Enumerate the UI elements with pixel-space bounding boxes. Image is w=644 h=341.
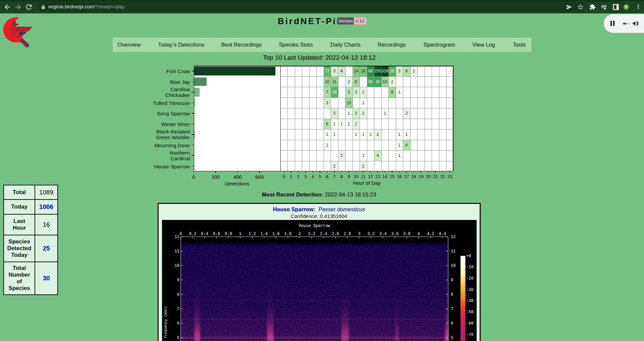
svg-text:8: 8 [451,292,453,297]
svg-text:-20: -20 [466,276,474,281]
svg-text:-50: -50 [466,310,474,315]
svg-text:1.2: 1.2 [249,232,256,236]
svg-text:0.2: 0.2 [189,232,197,236]
svg-text:10: 10 [451,264,455,268]
svg-text:7: 7 [451,307,453,311]
svg-text:4: 4 [418,232,420,236]
svg-text:0.8: 0.8 [225,232,232,236]
svg-text:-10: -10 [466,265,474,270]
svg-text:3.2: 3.2 [368,232,375,236]
svg-text:1: 1 [239,232,241,236]
svg-text:3: 3 [358,232,360,236]
svg-text:0.4: 0.4 [201,232,208,236]
svg-text:Frequency (kHz): Frequency (kHz) [164,306,168,338]
svg-text:2: 2 [299,232,301,236]
svg-text:12: 12 [451,235,455,239]
svg-text:4.4: 4.4 [439,232,446,236]
svg-text:5: 5 [177,336,179,340]
svg-text:5: 5 [451,336,453,340]
svg-text:2.4: 2.4 [320,232,327,236]
svg-text:12: 12 [175,235,179,239]
svg-text:9: 9 [177,278,179,283]
svg-text:3.6: 3.6 [391,232,398,236]
svg-text:7: 7 [177,307,179,311]
svg-text:4.2: 4.2 [427,232,434,236]
svg-text:2.6: 2.6 [332,232,339,236]
svg-text:8: 8 [177,292,179,297]
svg-text:6: 6 [177,321,179,326]
svg-text:10: 10 [175,264,179,268]
svg-text:1.4: 1.4 [260,232,268,236]
svg-text:+0: +0 [466,254,471,259]
svg-text:0.6: 0.6 [213,232,220,236]
svg-text:-60: -60 [466,321,474,326]
svg-text:3.4: 3.4 [379,232,387,236]
svg-text:1.6: 1.6 [272,232,280,236]
svg-text:11: 11 [175,249,179,254]
svg-text:6: 6 [451,321,453,326]
svg-text:2.8: 2.8 [344,232,351,236]
svg-text:House Sparrow: House Sparrow [299,224,330,228]
svg-text:3.8: 3.8 [403,232,411,236]
svg-text:-70: -70 [466,333,474,337]
svg-text:2.2: 2.2 [308,232,315,236]
svg-text:1.8: 1.8 [284,232,291,236]
svg-text:9: 9 [451,278,453,283]
svg-text:0: 0 [179,232,182,236]
svg-text:-40: -40 [466,299,474,303]
svg-text:-30: -30 [466,288,474,292]
svg-text:11: 11 [451,249,455,254]
